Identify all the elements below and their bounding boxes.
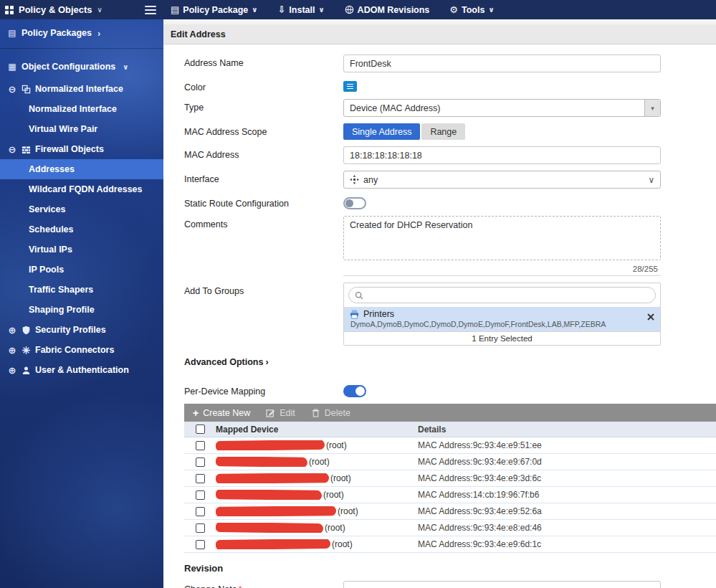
table-row[interactable]: (root) MAC Address:9c:93:4e:e9:51:ee [184, 437, 716, 454]
create-new-button[interactable]: + Create New [193, 407, 250, 419]
app-grid-icon[interactable] [5, 6, 14, 14]
sidebar-group-firewall-objects[interactable]: ⊖ Firewall Objects [0, 139, 163, 159]
mapped-device-cell: (root) [216, 523, 418, 533]
row-checkbox[interactable] [196, 523, 205, 533]
sidebar-group-fabric-connectors[interactable]: ⊕ Fabric Connectors [0, 340, 163, 360]
menu-install[interactable]: ⇩ Install ∨ [277, 5, 324, 15]
sidebar-group-normalized-interface[interactable]: ⊖ Normalized Interface [0, 79, 163, 99]
table-row[interactable]: (root) MAC Address:9c:93:4e:e9:52:6a [184, 503, 716, 520]
app-title[interactable]: Policy & Objects [19, 4, 92, 15]
details-cell: MAC Address:9c:93:4e:e9:6d:1c [418, 539, 716, 549]
row-checkbox[interactable] [196, 540, 205, 549]
expand-icon[interactable]: ⊕ [7, 325, 17, 336]
sidebar-item-ip-pools[interactable]: IP Pools [0, 260, 163, 280]
column-header-details[interactable]: Details [418, 425, 716, 435]
delete-button[interactable]: Delete [311, 408, 350, 418]
remove-entry-icon[interactable] [647, 310, 654, 323]
hamburger-menu-icon[interactable] [145, 4, 156, 16]
type-select-value: Device (MAC Address) [344, 103, 644, 113]
sidebar-group-user-authentication[interactable]: ⊕ User & Authentication [0, 360, 163, 380]
color-swatch[interactable] [343, 81, 357, 92]
chevron-down-icon: ∨ [123, 63, 128, 71]
button-label: Create New [203, 408, 250, 418]
menu-adom-revisions[interactable]: ADOM Revisions [345, 5, 430, 15]
packages-icon: ▤ [7, 28, 17, 38]
edit-address-form: Address Name Color Type Device (MAC Addr… [163, 44, 695, 588]
sidebar-item-services[interactable]: Services [0, 199, 163, 219]
table-row[interactable]: (root) MAC Address:9c:93:4e:e9:6d:1c [184, 536, 716, 553]
row-checkbox[interactable] [196, 441, 205, 450]
per-device-mapping-table: + Create New Edit Delete Mapped Device [184, 404, 716, 553]
column-header-mapped-device[interactable]: Mapped Device [216, 425, 418, 435]
type-select[interactable]: Device (MAC Address) ▾ [343, 99, 661, 117]
address-name-input[interactable] [343, 54, 661, 72]
redacted-device-name [216, 440, 325, 450]
add-to-groups-box: Printers DymoA,DymoB,DymoC,DymoD,DymoE,D… [343, 283, 661, 346]
sidebar-item-addresses[interactable]: Addresses [0, 159, 163, 179]
sidebar-item-policy-packages[interactable]: ▤ Policy Packages › [0, 22, 163, 44]
expand-icon[interactable]: ⊕ [7, 365, 17, 376]
comments-textarea[interactable]: Created for DHCP Reservation [343, 216, 661, 260]
interface-select-value: any [363, 175, 378, 185]
per-device-mapping-toggle[interactable] [343, 385, 366, 397]
policy-package-icon: ▤ [171, 5, 179, 14]
table-row[interactable]: (root) MAC Address:9c:93:4e:e9:3d:6c [184, 470, 716, 487]
menu-policy-package[interactable]: ▤ Policy Package ∨ [171, 5, 257, 15]
scope-single-address-button[interactable]: Single Address [343, 123, 420, 140]
sidebar: ▤ Policy Packages › ▦ Object Configurati… [0, 19, 163, 588]
change-note-textarea[interactable] [343, 581, 661, 588]
chevron-down-icon: ∨ [488, 6, 494, 14]
collapse-icon[interactable]: ⊖ [7, 144, 17, 155]
advanced-options-link[interactable]: Advanced Options› [184, 357, 695, 367]
field-label: Static Route Configuration [184, 195, 343, 209]
page-title: Edit Address [163, 24, 716, 44]
redacted-device-name [216, 457, 307, 467]
sidebar-item-virtual-ips[interactable]: Virtual IPs [0, 240, 163, 260]
globe-icon [345, 5, 354, 14]
select-all-checkbox[interactable] [196, 425, 205, 434]
mapped-device-cell: (root) [216, 506, 418, 516]
static-route-toggle[interactable] [343, 197, 366, 209]
sidebar-group-security-profiles[interactable]: ⊕ Security Profiles [0, 320, 163, 340]
mac-scope-row: MAC Address Scope Single Address Range [184, 123, 695, 140]
table-row[interactable]: (root) MAC Address:9c:93:4e:e8:ed:46 [184, 520, 716, 536]
details-cell: MAC Address:9c:93:4e:e9:3d:6c [418, 473, 716, 483]
groups-search-input[interactable] [368, 290, 649, 300]
table-row[interactable]: (root) MAC Address:14:cb:19:96:7f:b6 [184, 487, 716, 503]
row-checkbox[interactable] [196, 490, 205, 500]
interface-row: Interface any ∨ [184, 171, 695, 189]
table-header-row: Mapped Device Details [184, 422, 716, 437]
interface-select[interactable]: any ∨ [343, 171, 661, 189]
field-label: Color [184, 79, 343, 93]
scope-range-button[interactable]: Range [421, 123, 465, 140]
group-entry-printers[interactable]: Printers DymoA,DymoB,DymoC,DymoD,DymoE,D… [344, 307, 660, 331]
sidebar-section-object-configurations[interactable]: ▦ Object Configurations ∨ [0, 56, 163, 77]
device-name-suffix: (root) [323, 490, 344, 500]
expand-icon[interactable]: ⊕ [7, 345, 17, 356]
collapse-icon[interactable]: ⊖ [7, 84, 17, 95]
menu-tools[interactable]: ⚙ Tools ∨ [449, 5, 494, 15]
sidebar-item-label: Wildcard FQDN Addresses [29, 184, 143, 194]
device-name-suffix: (root) [338, 506, 358, 516]
group-entry-members: DymoA,DymoB,DymoC,DymoD,DymoE,DymoF,Fron… [350, 320, 654, 328]
table-row[interactable]: (root) MAC Address:9c:93:4e:e9:67:0d [184, 454, 716, 470]
redacted-device-name [216, 539, 330, 549]
dropdown-button-icon[interactable]: ▾ [644, 100, 660, 116]
sidebar-item-wildcard-fqdn-addresses[interactable]: Wildcard FQDN Addresses [0, 179, 163, 199]
row-checkbox[interactable] [196, 457, 205, 467]
sidebar-item-shaping-profile[interactable]: Shaping Profile [0, 300, 163, 320]
row-checkbox[interactable] [196, 507, 205, 516]
sidebar-item-virtual-wire-pair[interactable]: Virtual Wire Pair [0, 119, 163, 139]
advanced-options-label: Advanced Options [184, 357, 263, 367]
sidebar-item-label: Normalized Interface [29, 104, 117, 114]
mac-address-row: MAC Address [184, 146, 695, 164]
sidebar-item-traffic-shapers[interactable]: Traffic Shapers [0, 280, 163, 300]
mac-address-input[interactable] [343, 146, 661, 164]
edit-button[interactable]: Edit [266, 408, 295, 418]
sidebar-item-normalized-interface[interactable]: Normalized Interface [0, 99, 163, 119]
row-checkbox[interactable] [196, 474, 205, 483]
app-window: Policy & Objects ∨ ▤ Policy Package ∨ ⇩ … [0, 0, 716, 588]
field-label: Interface [184, 171, 343, 184]
gear-icon: ⚙ [449, 5, 458, 14]
sidebar-item-schedules[interactable]: Schedules [0, 219, 163, 240]
